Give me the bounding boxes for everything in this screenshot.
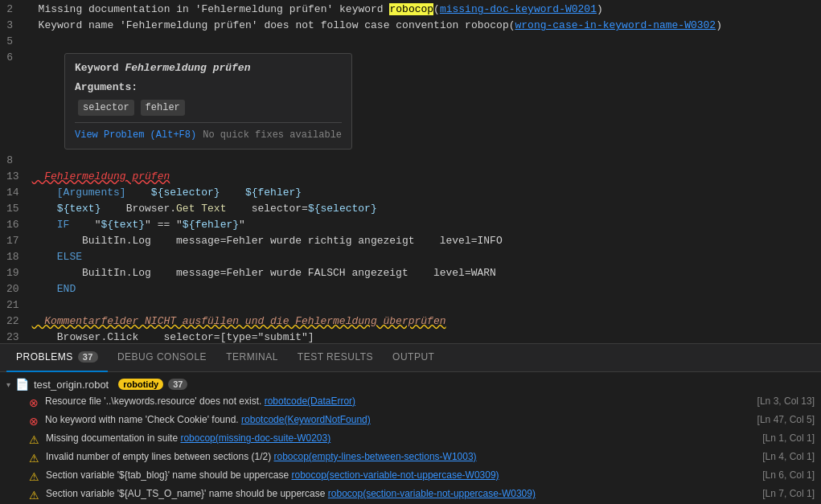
problem-code-link[interactable]: robotcode(KeywordNotFound) (241, 414, 371, 425)
tab-output[interactable]: OUTPUT (383, 344, 444, 372)
line-number: 22 (0, 313, 32, 330)
popup-keyword-title: Keyword Fehlermeldung prüfen (75, 60, 342, 76)
problem-group-header[interactable]: ▾📄test_origin.robotrobotidy37 (0, 375, 821, 393)
line-content: ${text} Browser.Get Text selector=${sele… (32, 201, 821, 217)
code-line: 3 Keyword name 'Fehlermeldung prüfen' do… (0, 18, 821, 34)
problem-location: [Ln 1, Col 1] (762, 432, 815, 444)
problem-item[interactable]: ⚠Missing documentation in suite robocop(… (0, 430, 821, 449)
problem-text: Section variable '${AU_TS_O_name}' name … (46, 488, 756, 499)
problem-code-link[interactable]: robocop(missing-doc-suite-W0203) (180, 432, 330, 444)
code-line: 19 BuiltIn.Log message=Fehler wurde FALS… (0, 265, 821, 281)
problem-code-link[interactable]: robocop(empty-lines-between-sections-W10… (273, 451, 476, 462)
popup-arg-item: selector (78, 100, 134, 116)
code-line: 14 [Arguments] ${selector} ${fehler} (0, 185, 821, 201)
code-editor: 2 Missing documentation in 'Fehlermeldun… (0, 0, 821, 343)
code-token: Browser. (101, 203, 176, 215)
tab-label: DEBUG CONSOLE (117, 351, 207, 363)
line-content: ELSE (32, 249, 821, 265)
panel-tabs: PROBLEMS37DEBUG CONSOLETERMINALTEST RESU… (0, 344, 821, 372)
problem-text: Invalid number of empty lines between se… (46, 451, 756, 462)
code-line: 2 Missing documentation in 'Fehlermeldun… (0, 2, 821, 18)
code-token: ${fehler} (245, 186, 302, 199)
code-token: selector= (226, 203, 307, 215)
code-line: 15 ${text} Browser.Get Text selector=${s… (0, 201, 821, 217)
code-token: robocop (389, 3, 433, 15)
line-number: 13 (0, 169, 32, 185)
code-token: Get Text (176, 203, 226, 215)
line-content: BuiltIn.Log message=Fehler wurde richtig… (32, 233, 821, 249)
problem-code-link[interactable]: robocop(section-variable-not-uppercase-W… (291, 469, 499, 481)
line-number: 6 (0, 50, 26, 66)
line-number: 17 (0, 233, 32, 249)
code-token: Kommentarfelder NICHT ausfüllen und die … (32, 315, 446, 327)
code-line: 18 ELSE (0, 249, 821, 265)
problem-item[interactable]: ⚠Section variable '${tab_blog}' name sho… (0, 467, 821, 486)
code-token: ELSE (32, 251, 82, 263)
line-content: Missing documentation in 'Fehlermeldung … (26, 2, 821, 18)
tab-problems[interactable]: PROBLEMS37 (6, 344, 108, 372)
tab-debug-console[interactable]: DEBUG CONSOLE (108, 344, 216, 372)
code-token: " == " (145, 219, 183, 231)
tab-label: OUTPUT (392, 351, 434, 363)
code-token: IF (32, 219, 95, 231)
line-content: [Arguments] ${selector} ${fehler} (32, 185, 821, 201)
problem-location: [Ln 7, Col 1] (762, 488, 815, 499)
problem-item[interactable]: ⊗No keyword with name 'Check Cookie' fou… (0, 412, 821, 430)
problems-content: ▾📄test_origin.robotrobotidy37⊗Resource f… (0, 372, 821, 504)
problem-code-link[interactable]: robotcode(DataError) (265, 395, 355, 407)
code-token[interactable]: wrong-case-in-keyword-name-W0302 (515, 19, 716, 31)
code-token: Missing documentation in 'Fehlermeldung … (26, 3, 389, 15)
problem-location: [Ln 47, Col 5] (757, 414, 815, 425)
tab-test-results[interactable]: TEST RESULTS (288, 344, 383, 372)
problem-item[interactable]: ⊗Resource file '..\keywords.resource' do… (0, 393, 821, 412)
code-token: ) (597, 3, 603, 15)
line-content: Keyword name 'Fehlermeldung prüfen' does… (26, 18, 821, 34)
hover-popup-wrapper: 6Keyword Fehlermeldung prüfenArguments:s… (0, 50, 821, 153)
code-token[interactable]: missing-doc-keyword-W0201 (440, 3, 597, 15)
code-line: 13 Fehlermeldung prüfen (0, 169, 821, 185)
code-token: ${selector} (151, 186, 220, 199)
view-problem-link[interactable]: View Problem (Alt+F8) (75, 128, 196, 142)
problem-item[interactable]: ⚠Section variable '${AU_TS_O_name}' name… (0, 486, 821, 504)
warning-icon: ⚠ (29, 470, 39, 483)
warning-icon: ⚠ (29, 433, 39, 446)
code-token: Fehlermeldung prüfen (32, 170, 170, 182)
problem-text: Missing documentation in suite robocop(m… (46, 432, 756, 444)
plugin-badge: robotidy (118, 379, 163, 390)
code-token: ${selector} (308, 203, 377, 215)
code-line: 21 (0, 297, 821, 313)
chevron-down-icon: ▾ (6, 380, 10, 389)
line-number: 8 (0, 153, 26, 169)
no-fixes-text: No quick fixes available (203, 128, 342, 142)
tab-label: TEST RESULTS (298, 351, 373, 363)
code-line: 20 END (0, 281, 821, 297)
problem-count-badge: 37 (168, 379, 187, 390)
code-line: 5 (0, 34, 821, 50)
line-number: 21 (0, 297, 32, 313)
code-token: " (239, 219, 245, 231)
warning-icon: ⚠ (29, 489, 39, 502)
problem-item[interactable]: ⚠Invalid number of empty lines between s… (0, 449, 821, 467)
popup-args-label: Arguments: (75, 80, 342, 96)
line-number: 23 (0, 330, 32, 343)
tab-terminal[interactable]: TERMINAL (216, 344, 288, 372)
line-number: 14 (0, 185, 32, 201)
code-token: BuiltIn.Log message=Fehler wurde FALSCH … (32, 267, 496, 279)
warning-icon: ⚠ (29, 452, 39, 465)
problem-text: No keyword with name 'Check Cookie' foun… (45, 414, 751, 425)
code-line: 17 BuiltIn.Log message=Fehler wurde rich… (0, 233, 821, 249)
problem-location: [Ln 6, Col 1] (762, 469, 815, 481)
popup-problem-bar: View Problem (Alt+F8)No quick fixes avai… (75, 122, 342, 142)
problem-location: [Ln 3, Col 13] (757, 395, 815, 407)
code-token: Keyword name 'Fehlermeldung prüfen' does… (26, 19, 515, 31)
file-icon: 📄 (15, 378, 29, 391)
problem-text: Section variable '${tab_blog}' name shou… (46, 469, 756, 481)
code-token: ${text} (57, 203, 101, 215)
code-token: Browser.Click selector=[type="submit"] (32, 331, 314, 343)
code-token: ( (433, 3, 440, 15)
problem-code-link[interactable]: robocop(section-variable-not-uppercase-W… (328, 488, 536, 499)
line-number: 2 (0, 2, 26, 18)
popup-arg-item: fehler (141, 100, 185, 116)
hover-popup: Keyword Fehlermeldung prüfenArguments:se… (64, 53, 352, 150)
line-content: END (32, 281, 821, 297)
